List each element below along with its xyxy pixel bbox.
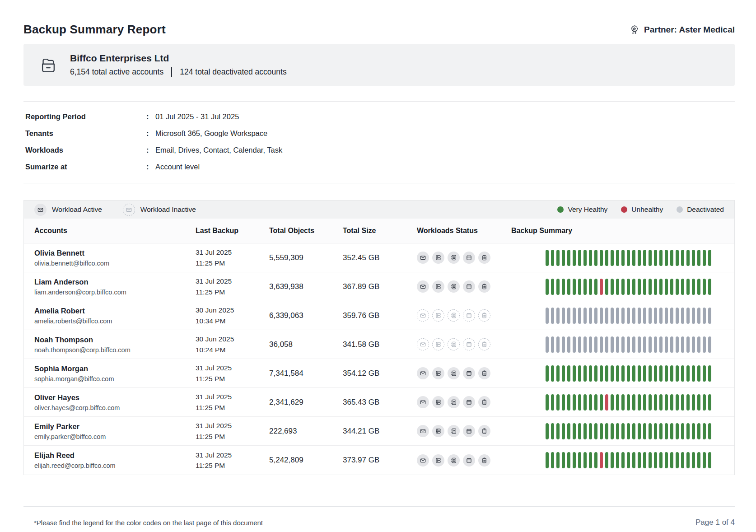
backup-day-bar [546,308,549,324]
detail-label: Tenants [25,129,146,138]
backup-day-bar [551,336,554,353]
detail-value: Microsoft 365, Google Workspace [154,129,733,138]
drives-icon [432,252,444,264]
backup-day-bar [703,336,706,353]
backup-day-bar [594,452,597,468]
backup-day-bar [659,279,663,295]
backup-day-bar [605,308,608,324]
backup-day-bar [546,394,549,411]
backup-day-bar [632,394,635,411]
total-objects-value: 3,639,938 [259,282,332,291]
last-backup-time: 10:34 PM [196,316,259,326]
backup-day-bar [567,279,570,295]
contact-icon [448,425,460,437]
backup-day-bar [627,336,630,353]
contact-icon [448,280,460,293]
last-backup-cell: 31 Jul 2025 11:25 PM [185,420,259,442]
calendar-icon [463,425,475,437]
contact-icon [448,338,460,350]
backup-day-bar [676,452,679,468]
backup-summary-cell [501,452,734,468]
last-backup-date: 31 Jul 2025 [196,392,259,402]
account-email: elijah.reed@corp.biffco.com [34,462,185,469]
backup-day-bar [567,423,570,439]
drives-icon [432,396,444,408]
detail-value: 01 Jul 2025 - 31 Jul 2025 [154,112,733,121]
backup-day-bar [632,423,635,439]
contact-icon [448,252,460,264]
table-row: Amelia Robert amelia.roberts@biffco.com … [24,301,734,330]
backup-day-bar [676,423,679,439]
backup-day-bar [654,423,657,439]
backup-day-bar [621,394,625,411]
backup-day-bar [556,336,560,353]
legend-very-healthy: Very Healthy [557,205,607,214]
backup-day-bar [686,336,690,353]
backup-day-bar [627,365,630,382]
backup-day-bar [616,279,619,295]
backup-day-bar [703,394,706,411]
backup-summary-cell [501,308,734,324]
backup-day-bar [703,423,706,439]
task-icon [478,338,490,350]
legend-unhealthy: Unhealthy [621,205,663,214]
last-backup-cell: 30 Jun 2025 10:34 PM [185,305,259,326]
report-details: Reporting Period : 01 Jul 2025 - 31 Jul … [23,101,735,183]
col-total-size: Total Size [332,227,406,235]
backup-day-bar [697,394,700,411]
backup-day-bar [708,336,711,353]
workload-active-icon [34,204,47,216]
table-row: Elijah Reed elijah.reed@corp.biffco.com … [24,446,734,475]
backup-day-bar [583,336,587,353]
backup-day-bar [665,365,668,382]
total-size-value: 344.21 GB [332,427,406,436]
backup-day-bar [697,365,700,382]
account-cell: Olivia Bennett olivia.bennett@biffco.com [24,249,185,267]
backup-day-bar [708,308,711,324]
table-row: Olivia Bennett olivia.bennett@biffco.com… [24,243,734,272]
backup-day-bar [681,336,684,353]
drives-icon [432,454,444,467]
backup-day-bar [703,365,706,382]
backup-day-bar [643,279,646,295]
backup-day-bar [632,250,635,266]
backup-summary-bars [546,279,734,295]
backup-day-bar [681,423,684,439]
backup-day-bar [681,365,684,382]
backup-day-bar [621,250,625,266]
unhealthy-dot-icon [621,206,627,213]
backup-day-bar [703,452,706,468]
backup-summary-bars [546,423,734,439]
workload-status-icons [406,252,501,264]
detail-row-summarize-at: Sumarize at : Account level [23,159,735,175]
workload-legend: Workload Active Workload Inactive [34,204,196,216]
backup-day-bar [670,279,673,295]
company-info: Biffco Enterprises Ltd 6,154 total activ… [70,53,287,77]
backup-day-bar [611,365,614,382]
account-email: emily.parker@biffco.com [34,433,185,440]
total-objects-value: 5,242,809 [259,456,332,465]
backup-summary-report-page: Backup Summary Report Partner: Aster Med… [0,0,756,527]
backup-summary-cell [501,423,734,439]
workload-inactive-icon [123,204,135,216]
backup-day-bar [556,308,560,324]
drives-icon [432,280,444,293]
backup-day-bar [632,365,635,382]
deactivated-dot-icon [677,206,683,213]
backup-day-bar [676,308,679,324]
backup-day-bar [562,250,565,266]
backup-day-bar [562,308,565,324]
account-email: noah.thompson@corp.biffco.com [34,346,185,354]
backup-day-bar [670,336,673,353]
backup-day-bar [556,279,560,295]
backup-day-bar [681,308,684,324]
backup-summary-bars [546,365,734,382]
legend-deactivated: Deactivated [677,205,724,214]
backup-day-bar [578,308,581,324]
backup-day-bar [594,394,597,411]
last-backup-cell: 31 Jul 2025 11:25 PM [185,247,259,268]
backup-day-bar [632,452,635,468]
backup-day-bar [546,423,549,439]
backup-day-bar [551,452,554,468]
backup-day-bar [654,365,657,382]
